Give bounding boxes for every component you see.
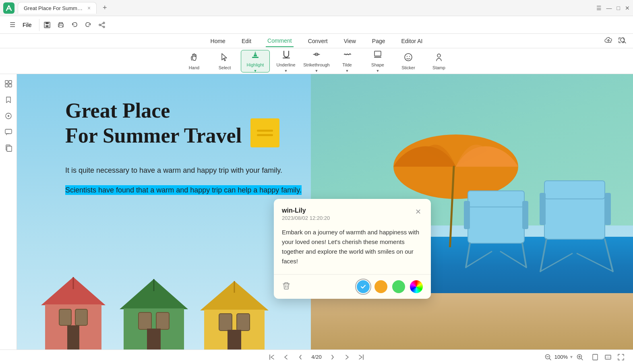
- sidebar-bookmark-icon[interactable]: [2, 93, 15, 106]
- svg-point-9: [103, 26, 105, 28]
- save-button[interactable]: [41, 19, 53, 31]
- menu-button[interactable]: ☰: [596, 5, 602, 11]
- window-controls: ☰ — □ ✕: [596, 5, 630, 11]
- title-bar: Great Place For Summer T... × + ☰ — □ ✕: [0, 0, 633, 16]
- view-buttons: [590, 352, 627, 363]
- last-page-button[interactable]: [356, 352, 367, 363]
- svg-rect-44: [544, 195, 605, 239]
- tool-underline[interactable]: Underline ▼: [271, 50, 300, 72]
- svg-rect-60: [139, 312, 151, 329]
- comment-footer: [274, 275, 431, 299]
- zoom-out-button[interactable]: [543, 352, 553, 362]
- tool-strikethrough[interactable]: Strikethrough ▼: [302, 50, 331, 72]
- toolbar-left: ☰ File: [6, 19, 39, 31]
- first-page-button[interactable]: [266, 352, 277, 363]
- tilde-label: Tilde: [342, 62, 352, 67]
- color-rainbow-button[interactable]: [410, 280, 423, 293]
- sidebar-pages-icon[interactable]: [2, 142, 15, 155]
- svg-rect-54: [59, 309, 71, 325]
- expand-icon[interactable]: [618, 37, 625, 46]
- zoom-value: 100%: [554, 354, 568, 360]
- svg-rect-47: [605, 193, 611, 225]
- tool-select[interactable]: Select: [210, 50, 239, 72]
- tilde-icon: [342, 50, 352, 61]
- svg-rect-16: [254, 55, 257, 56]
- tilde-dropdown-icon: ▼: [345, 69, 349, 73]
- menu-view[interactable]: View: [342, 35, 358, 47]
- next-button[interactable]: [327, 352, 338, 363]
- current-tab[interactable]: Great Place For Summer T... ×: [18, 2, 97, 14]
- fit-width-button[interactable]: [602, 352, 614, 363]
- menu-home[interactable]: Home: [209, 35, 227, 47]
- color-orange-button[interactable]: [374, 280, 387, 293]
- hand-label: Hand: [189, 65, 199, 70]
- menu-convert[interactable]: Convert: [306, 35, 329, 47]
- new-tab-button[interactable]: +: [99, 2, 110, 14]
- svg-point-24: [437, 54, 441, 57]
- menu-page[interactable]: Page: [370, 35, 387, 47]
- content-area: Great PlaceFor Summer Travel It is quite…: [17, 74, 633, 350]
- highlight-label: Highlight: [247, 62, 264, 67]
- svg-rect-31: [5, 129, 12, 134]
- beach-sand: [311, 293, 633, 350]
- comment-header: win-Lily 2023/08/02 12:20:20 ✕: [274, 199, 431, 224]
- hamburger-menu-button[interactable]: ☰: [6, 19, 19, 31]
- tool-stamp[interactable]: Stamp: [424, 50, 453, 72]
- pdf-page: Great PlaceFor Summer Travel It is quite…: [17, 74, 633, 350]
- svg-line-51: [577, 253, 613, 271]
- zoom-in-button[interactable]: [575, 352, 585, 362]
- tool-shape[interactable]: Shape ▼: [363, 50, 392, 72]
- menu-comment[interactable]: Comment: [266, 35, 294, 47]
- tool-sticker[interactable]: Sticker: [394, 50, 423, 72]
- sidebar-comment-icon[interactable]: [2, 126, 15, 139]
- print-button[interactable]: [55, 19, 67, 31]
- comment-date: 2023/08/02 12:20:20: [282, 215, 330, 221]
- svg-rect-15: [252, 57, 259, 58]
- color-picker: [357, 280, 423, 293]
- stamp-icon: [434, 52, 444, 64]
- share-button[interactable]: [96, 19, 108, 31]
- prev-button[interactable]: [295, 352, 306, 363]
- stamp-label: Stamp: [432, 65, 445, 70]
- menu-edit[interactable]: Edit: [240, 35, 253, 47]
- undo-button[interactable]: [68, 19, 81, 31]
- left-sidebar: [0, 74, 17, 350]
- svg-point-30: [8, 115, 9, 117]
- comment-close-button[interactable]: ✕: [413, 207, 423, 217]
- sidebar-annotation-icon[interactable]: [2, 110, 15, 122]
- svg-rect-39: [522, 201, 528, 229]
- color-green-button[interactable]: [392, 280, 405, 293]
- next-page-button[interactable]: [341, 352, 352, 363]
- svg-line-48: [540, 239, 546, 271]
- cloud-icon[interactable]: [604, 37, 613, 46]
- comment-delete-button[interactable]: [282, 281, 291, 292]
- prev-page-button[interactable]: [281, 352, 292, 363]
- svg-line-41: [522, 243, 526, 267]
- tool-highlight[interactable]: Highlight ▼: [241, 50, 270, 72]
- underline-icon: [281, 50, 291, 61]
- pdf-paragraph1: It is quite necessary to have a warm and…: [65, 165, 307, 176]
- svg-line-43: [500, 251, 526, 267]
- file-menu-button[interactable]: File: [20, 22, 34, 28]
- tab-close-button[interactable]: ×: [87, 5, 91, 11]
- fullscreen-button[interactable]: [615, 352, 627, 363]
- close-button[interactable]: ✕: [625, 5, 630, 11]
- comment-user-info: win-Lily 2023/08/02 12:20:20: [282, 207, 330, 221]
- page-view-button[interactable]: [590, 352, 601, 363]
- menu-editor-ai[interactable]: Editor AI: [400, 35, 424, 47]
- tool-tilde[interactable]: Tilde ▼: [333, 50, 362, 72]
- sticky-note[interactable]: [250, 118, 279, 147]
- tool-hand[interactable]: Hand: [180, 50, 209, 72]
- sidebar-thumbnail-icon[interactable]: [2, 77, 15, 90]
- zoom-dropdown-icon[interactable]: ▼: [569, 355, 573, 359]
- comment-username: win-Lily: [282, 207, 330, 214]
- maximize-button[interactable]: □: [617, 5, 620, 11]
- svg-rect-2: [46, 22, 49, 24]
- color-blue-button[interactable]: [357, 280, 370, 293]
- svg-point-7: [59, 24, 60, 25]
- minimize-button[interactable]: —: [606, 5, 612, 11]
- redo-button[interactable]: [82, 19, 94, 31]
- pdf-paragraph2: Scientists have found that a warm and ha…: [65, 184, 307, 196]
- svg-line-42: [466, 251, 492, 267]
- svg-rect-38: [464, 201, 470, 229]
